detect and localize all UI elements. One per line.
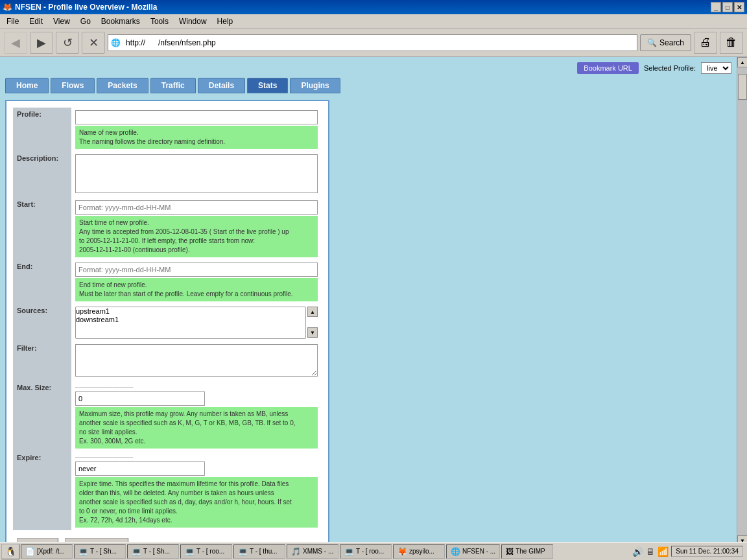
taskbar-label-zpsyilo: zpsyilo... <box>409 548 434 555</box>
profile-select[interactable]: live <box>701 62 731 74</box>
print-icon: 🖨 <box>700 36 711 49</box>
taskbar-icon-term2: 💻 <box>132 547 141 556</box>
taskbar-icon-xmms: 🎵 <box>291 547 301 556</box>
bookmark-url-button[interactable]: Bookmark URL <box>577 62 639 74</box>
search-button[interactable]: 🔍 Search <box>640 34 691 51</box>
taskbar-item-xmms[interactable]: 🎵 XMMS - ... <box>287 544 338 559</box>
taskbar-item-nfsen[interactable]: 🌐 NFSEN - ... <box>446 544 500 559</box>
menu-edit[interactable]: Edit <box>24 16 48 27</box>
taskbar-item-term1[interactable]: 💻 T - [ Sh... <box>74 544 126 559</box>
menu-help[interactable]: Help <box>212 16 239 27</box>
taskbar-icon-term5: 💻 <box>344 547 354 556</box>
taskbar-item-gimp[interactable]: 🖼 The GIMP <box>501 544 553 559</box>
system-tray: 🔊 🖥 📶 Sun 11 Dec. 21:00:34 <box>632 546 746 557</box>
tab-plugins[interactable]: Plugins <box>290 78 340 93</box>
taskbar-label-xpdf: [Xpdf: /t... <box>37 548 65 555</box>
tab-home[interactable]: Home <box>5 78 49 93</box>
description-input-cell <box>71 152 322 198</box>
menu-go[interactable]: Go <box>75 16 96 27</box>
filter-row: Filter: <box>13 342 322 381</box>
menubar: File Edit View Go Bookmarks Tools Window… <box>0 14 747 29</box>
expire-input[interactable] <box>75 461 205 476</box>
end-row: End: End time of new profile. Must be la… <box>13 260 322 304</box>
back-button[interactable]: ◀ <box>4 32 27 54</box>
tab-stats[interactable]: Stats <box>247 78 288 93</box>
browser-icon: 🦊 <box>3 3 12 12</box>
close-btn[interactable]: ✕ <box>734 2 744 12</box>
taskbar-label-term5: T - [ roo... <box>356 548 384 555</box>
taskbar-icon-gimp: 🖼 <box>506 547 514 556</box>
profile-input[interactable] <box>75 110 318 124</box>
tab-flows[interactable]: Flows <box>51 78 95 93</box>
address-bar: 🌐 <box>108 34 637 51</box>
sources-input-cell: upstream1 downstream1 ▲ ▼ <box>71 304 322 342</box>
scroll-up-btn[interactable]: ▲ <box>737 57 747 67</box>
nav-tabs: Home Flows Packets Traffic Details Stats… <box>5 78 731 93</box>
browser-content: Bookmark URL Selected Profile: live Home… <box>0 57 747 546</box>
trash-button[interactable]: 🗑 <box>720 32 743 54</box>
titlebar-controls: _ □ ✕ <box>711 2 744 12</box>
taskbar-item-term3[interactable]: 💻 T - [ roo... <box>180 544 232 559</box>
web-content: Bookmark URL Selected Profile: live Home… <box>0 57 737 546</box>
taskbar-item-term2[interactable]: 💻 T - [ Sh... <box>127 544 179 559</box>
sources-scroll-up[interactable]: ▲ <box>307 307 318 317</box>
start-input[interactable] <box>75 200 318 215</box>
window-title: NFSEN - Profile live Overview - Mozilla <box>15 3 157 12</box>
reload-icon: ↺ <box>63 36 73 50</box>
menu-bookmarks[interactable]: Bookmarks <box>96 16 145 27</box>
search-icon: 🔍 <box>647 38 657 47</box>
menu-file[interactable]: File <box>1 16 24 27</box>
forward-button[interactable]: ▶ <box>30 32 53 54</box>
profile-help: Name of new profile. The naming follows … <box>75 126 318 149</box>
sources-select[interactable]: upstream1 downstream1 <box>75 307 306 339</box>
forward-icon: ▶ <box>37 36 46 50</box>
titlebar-left: 🦊 NFSEN - Profile live Overview - Mozill… <box>3 3 157 12</box>
end-input-cell: End time of new profile. Must be later t… <box>71 260 322 304</box>
taskbar-icon-term4: 💻 <box>238 547 248 556</box>
taskbar: 🐧 📄 [Xpdf: /t... 💻 T - [ Sh... 💻 T - [ S… <box>0 542 747 560</box>
address-input[interactable] <box>123 37 634 49</box>
end-input[interactable] <box>75 262 318 277</box>
scroll-track[interactable] <box>737 67 747 535</box>
toolbar: ◀ ▶ ↺ ✕ 🌐 🔍 Search 🖨 🗑 <box>0 29 747 57</box>
print-button[interactable]: 🖨 <box>694 32 717 54</box>
description-textarea[interactable] <box>75 154 318 193</box>
taskbar-icon-nfsen: 🌐 <box>451 547 460 556</box>
description-label: Description: <box>13 152 71 198</box>
taskbar-icon-term1: 💻 <box>78 547 88 556</box>
filter-textarea[interactable] <box>75 344 318 377</box>
maxsize-input[interactable] <box>75 391 205 406</box>
start-row: Start: Start time of new profile. Any ti… <box>13 198 322 260</box>
page-scrollbar: ▲ ▼ <box>737 57 747 546</box>
tab-packets[interactable]: Packets <box>97 78 148 93</box>
taskbar-label-term2: T - [ Sh... <box>143 548 170 555</box>
maximize-btn[interactable]: □ <box>722 2 733 12</box>
maxsize-input-cell: ────────────── Maximum size, this profil… <box>71 381 322 451</box>
taskbar-item-xpdf[interactable]: 📄 [Xpdf: /t... <box>21 544 73 559</box>
source-upstream1: upstream1 <box>76 307 305 316</box>
reload-button[interactable]: ↺ <box>56 32 79 54</box>
tab-traffic[interactable]: Traffic <box>150 78 196 93</box>
scroll-thumb[interactable] <box>738 74 747 100</box>
stop-button[interactable]: ✕ <box>82 32 105 54</box>
maxsize-row: Max. Size: ────────────── Maximum size, … <box>13 381 322 451</box>
maxsize-label: Max. Size: <box>13 381 71 451</box>
taskbar-item-zpsyilo[interactable]: 🦊 zpsyilo... <box>393 544 445 559</box>
stop-icon: ✕ <box>89 36 99 50</box>
taskbar-label-xmms: XMMS - ... <box>303 548 333 555</box>
expire-input-cell: ────────────── Expire time. This specifi… <box>71 451 322 530</box>
menu-view[interactable]: View <box>48 16 75 27</box>
menu-tools[interactable]: Tools <box>145 16 174 27</box>
address-icon: 🌐 <box>111 38 121 47</box>
menu-window[interactable]: Window <box>174 16 212 27</box>
sources-scroll-down[interactable]: ▼ <box>307 327 318 338</box>
start-button[interactable]: 🐧 <box>1 544 19 559</box>
end-help: End time of new profile. Must be later t… <box>75 278 318 301</box>
taskbar-icon-xpdf: 📄 <box>25 547 35 556</box>
tab-details[interactable]: Details <box>198 78 245 93</box>
taskbar-item-term5[interactable]: 💻 T - [ roo... <box>340 544 392 559</box>
taskbar-item-term4[interactable]: 💻 T - [ thu... <box>233 544 285 559</box>
titlebar: 🦊 NFSEN - Profile live Overview - Mozill… <box>0 0 747 14</box>
expire-divider: ────────────── <box>75 454 318 460</box>
minimize-btn[interactable]: _ <box>711 2 721 12</box>
